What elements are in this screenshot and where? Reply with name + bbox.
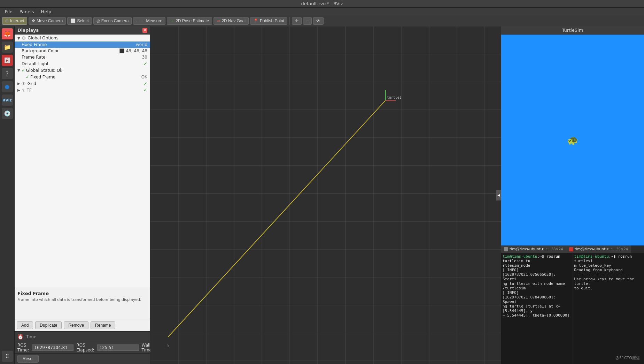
window-title: default.rviz* - RViz: [301, 1, 343, 6]
measure-button[interactable]: —— Measure: [133, 17, 165, 25]
default-light-label: Default Light: [22, 61, 143, 66]
crosshair-button[interactable]: ✛: [292, 17, 302, 25]
menu-help[interactable]: Help: [38, 8, 55, 15]
rename-button[interactable]: Rename: [91, 321, 115, 329]
tree-global-options[interactable]: ▼ ⚙ Global Options: [15, 35, 150, 41]
displays-tree: ▼ ⚙ Global Options Fixed Frame world Bac…: [15, 35, 150, 288]
reset-button-bar: Reset: [15, 353, 150, 364]
publish-point-icon: 📍: [253, 18, 258, 23]
prop-title: Fixed Frame: [17, 291, 147, 296]
displays-buttons: Add Duplicate Remove Rename: [15, 319, 150, 331]
help-icon[interactable]: ?: [2, 68, 13, 79]
main-content: 🦊 📁 🅰 ? ⬢ RViz 💿 ⠿ Displays ✕ ▼ ⚙ Global…: [0, 26, 644, 364]
tree-grid[interactable]: ▶ 👁 Grid ✓: [15, 80, 150, 87]
grid-vis-icon: 👁: [22, 81, 26, 86]
tree-global-status-fixed-frame[interactable]: ✓ Fixed Frame OK: [15, 74, 150, 80]
expand-grid-icon: ▶: [17, 82, 20, 85]
terminal-pane-2: tim@tims-ubuntu:~$ rosrun turtlesim tle_…: [573, 253, 644, 364]
terminal-tab-1-icon: [504, 247, 508, 251]
turtle-sprite: 🐢: [567, 135, 578, 145]
turtlesim-header: TurtleSim: [501, 26, 644, 35]
prop-description: Frame into which all data is transformed…: [17, 297, 147, 302]
expand-global-status-icon: ▼: [17, 68, 20, 72]
tree-background-color[interactable]: Background Color 48; 48; 48: [15, 48, 150, 54]
collapse-button[interactable]: ◀: [496, 190, 501, 200]
terminal-tabs: tim@tims-ubuntu: ~ 38×24 tim@tims-ubuntu…: [501, 245, 644, 253]
rviz-icon[interactable]: RViz: [2, 94, 13, 106]
menu-panels[interactable]: Panels: [16, 8, 38, 15]
focus-camera-icon: ◎: [96, 18, 100, 23]
displays-close-button[interactable]: ✕: [142, 28, 147, 33]
displays-title: Displays: [17, 28, 39, 33]
global-options-gear-icon: ⚙: [22, 35, 26, 41]
status-ff-label: Fixed Frame: [30, 75, 141, 79]
eye-button[interactable]: 👁: [313, 17, 324, 25]
pose-estimate-icon: →: [170, 18, 174, 23]
terminal-tab-1[interactable]: tim@tims-ubuntu: ~ 38×24: [501, 245, 566, 253]
time-icon: ⏰: [17, 334, 23, 340]
firefox-icon[interactable]: 🦊: [2, 28, 13, 39]
tree-fixed-frame[interactable]: Fixed Frame world: [15, 41, 150, 48]
3d-view[interactable]: ◀: [150, 26, 501, 364]
terminal-content: tim@tims-ubuntu:~$ rosrun turtlesim turt…: [501, 253, 644, 364]
nav-goal-button[interactable]: ⇒ 2D Nav Goal: [214, 17, 249, 25]
interact-icon: ⊕: [5, 18, 9, 23]
right-panel: TurtleSim 🐢 tim@tims-ubuntu: ~ 38×24 tim…: [501, 26, 644, 364]
terminal-tab-1-title: tim@tims-ubuntu: ~: [510, 247, 549, 251]
select-icon: ⬜: [70, 18, 76, 23]
terminal-tab-2[interactable]: tim@tims-ubuntu: ~ 39×24: [566, 245, 631, 253]
dvd-icon[interactable]: 💿: [2, 108, 13, 119]
grid-icon[interactable]: ⠿: [2, 351, 13, 362]
pose-estimate-button[interactable]: → 2D Pose Estimate: [167, 17, 212, 25]
grid-label: Grid: [28, 81, 143, 86]
3d-grid-canvas: [150, 26, 501, 364]
select-button[interactable]: ⬜ Select: [67, 17, 92, 25]
tf-label: TF: [27, 88, 143, 93]
tree-default-light[interactable]: Default Light ✓: [15, 60, 150, 67]
fixed-frame-value: world: [136, 42, 149, 47]
ros-time-label: ROS Time:: [17, 343, 29, 352]
publish-point-button[interactable]: 📍 Publish Point: [250, 17, 287, 25]
terminal-tab-2-icon: [569, 247, 573, 251]
fixed-frame-label: Fixed Frame: [22, 42, 135, 47]
turtlesim-view: 🐢: [501, 35, 644, 245]
remove-button[interactable]: Remove: [64, 321, 88, 329]
terminal-area: tim@tims-ubuntu: ~ 38×24 tim@tims-ubuntu…: [501, 245, 644, 364]
move-camera-button[interactable]: ✥ Move Camera: [29, 17, 66, 25]
menu-file[interactable]: File: [1, 8, 16, 15]
expand-global-options-icon: ▼: [17, 36, 20, 40]
measure-icon: ——: [136, 18, 145, 23]
focus-camera-button[interactable]: ◎ Focus Camera: [93, 17, 132, 25]
status-ff-value: OK: [141, 75, 149, 79]
duplicate-button[interactable]: Duplicate: [35, 321, 62, 329]
default-light-check-icon: ✓: [143, 61, 149, 66]
global-status-check-icon: ✓: [22, 68, 25, 73]
tf-check-icon: ✓: [143, 88, 149, 93]
status-bar: ⏰ Time: [15, 331, 150, 342]
nav-goal-icon: ⇒: [217, 18, 220, 23]
interact-button[interactable]: ⊕ Interact: [2, 17, 27, 25]
tree-global-status[interactable]: ▼ ✓ Global Status: Ok: [15, 67, 150, 74]
menu-bar: File Panels Help: [0, 8, 644, 16]
expand-tf-icon: ▶: [17, 88, 20, 92]
vscode-icon[interactable]: ⬢: [2, 81, 13, 92]
terminal-tab-2-title: tim@tims-ubuntu: ~: [575, 247, 614, 251]
displays-panel: Displays ✕ ▼ ⚙ Global Options Fixed Fram…: [15, 26, 150, 364]
frame-rate-value: 30: [142, 55, 149, 60]
reset-button[interactable]: Reset: [17, 355, 39, 363]
terminal-pane-1: tim@tims-ubuntu:~$ rosrun turtlesim turt…: [501, 253, 573, 364]
global-options-label: Global Options: [28, 36, 149, 40]
tf-vis-icon: ✳: [22, 88, 25, 93]
frame-rate-label: Frame Rate: [22, 55, 141, 60]
grid-check-icon: ✓: [143, 81, 149, 86]
background-color-label: Background Color: [22, 48, 119, 53]
crosshair-icon: ✛: [295, 18, 298, 23]
apps-icon[interactable]: 🅰: [2, 55, 13, 66]
tree-tf[interactable]: ▶ ✳ TF ✓: [15, 87, 150, 93]
tree-frame-rate[interactable]: Frame Rate 30: [15, 54, 150, 60]
add-button[interactable]: Add: [17, 321, 33, 329]
left-icon-panel: 🦊 📁 🅰 ? ⬢ RViz 💿 ⠿: [0, 26, 15, 364]
zoom-out-button[interactable]: −: [303, 17, 312, 25]
files-icon[interactable]: 📁: [2, 41, 13, 53]
displays-header: Displays ✕: [15, 26, 150, 35]
